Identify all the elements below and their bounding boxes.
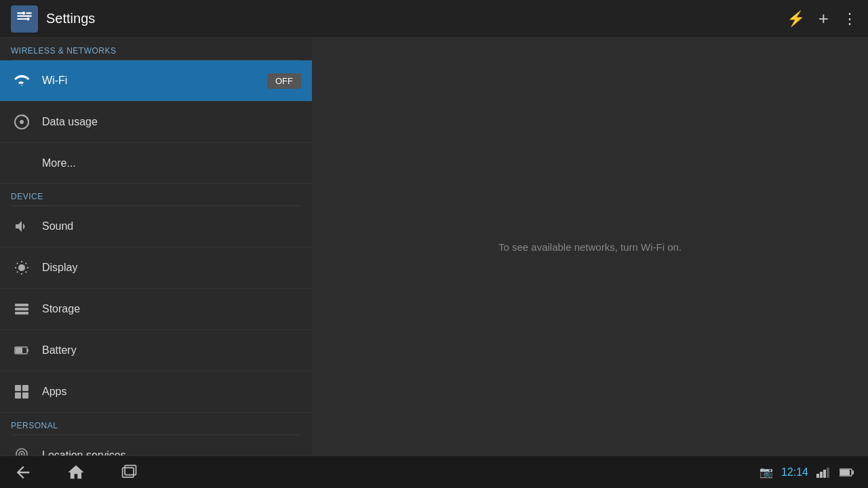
sound-label: Sound	[42, 220, 301, 232]
svg-rect-9	[15, 304, 28, 306]
sound-icon	[11, 216, 33, 237]
more-label: More...	[42, 157, 301, 169]
sidebar: WIRELESS & NETWORKS Wi-Fi OFF Data usage	[0, 38, 312, 455]
svg-rect-0	[17, 12, 23, 14]
settings-app-icon	[16, 10, 33, 28]
svg-rect-14	[27, 349, 28, 352]
svg-point-20	[21, 453, 23, 455]
wifi-toggle-button[interactable]: OFF	[267, 73, 301, 89]
section-header-wireless: WIRELESS & NETWORKS	[0, 38, 312, 60]
page-title: Settings	[46, 11, 95, 26]
camera-status-icon: 📷	[760, 466, 773, 479]
wifi-icon	[11, 70, 33, 92]
home-button[interactable]	[66, 463, 85, 482]
svg-rect-11	[15, 312, 28, 314]
svg-rect-2	[17, 18, 27, 19]
recent-apps-button[interactable]	[119, 463, 138, 482]
data-usage-icon	[11, 111, 33, 133]
svg-rect-27	[823, 470, 826, 478]
svg-point-5	[26, 17, 29, 20]
storage-icon	[11, 298, 33, 320]
display-icon	[11, 257, 33, 279]
display-label: Display	[42, 262, 301, 274]
svg-rect-16	[22, 385, 28, 391]
sidebar-item-sound[interactable]: Sound	[0, 206, 312, 247]
sidebar-item-apps[interactable]: Apps	[0, 371, 312, 413]
flash-icon[interactable]: ⚡	[787, 10, 805, 28]
section-header-personal: PERSONAL	[0, 413, 312, 434]
top-bar: Settings ⚡ + ⋮	[0, 0, 868, 38]
more-menu-icon[interactable]: ⋮	[842, 10, 857, 28]
battery-label: Battery	[42, 344, 301, 357]
bottom-bar: 📷 12:14	[0, 455, 868, 488]
bottom-nav	[14, 463, 138, 482]
apps-label: Apps	[42, 386, 301, 398]
svg-point-4	[22, 12, 25, 14]
wifi-label: Wi-Fi	[42, 75, 267, 87]
clock: 12:14	[781, 466, 808, 479]
svg-rect-23	[123, 468, 134, 477]
svg-rect-28	[827, 468, 829, 478]
svg-point-7	[20, 120, 24, 124]
sidebar-item-wifi[interactable]: Wi-Fi OFF	[0, 60, 312, 102]
sidebar-item-more[interactable]: More...	[0, 143, 312, 184]
svg-rect-13	[16, 348, 22, 353]
svg-rect-15	[15, 385, 21, 391]
signal-icon	[816, 467, 831, 478]
svg-rect-10	[15, 308, 28, 310]
svg-rect-25	[816, 474, 819, 478]
svg-rect-26	[820, 472, 823, 478]
top-bar-actions: ⚡ + ⋮	[787, 8, 857, 29]
app-icon[interactable]	[11, 5, 38, 33]
wifi-message: To see available networks, turn Wi-Fi on…	[498, 241, 682, 253]
svg-rect-18	[22, 392, 28, 399]
svg-rect-31	[852, 470, 854, 474]
apps-icon	[11, 381, 33, 403]
section-header-device: DEVICE	[0, 184, 312, 205]
svg-rect-17	[15, 392, 21, 399]
content-area: To see available networks, turn Wi-Fi on…	[312, 38, 868, 455]
sidebar-item-location[interactable]: Location services	[0, 435, 312, 455]
sidebar-item-data-usage[interactable]: Data usage	[0, 102, 312, 143]
data-usage-label: Data usage	[42, 116, 301, 128]
sidebar-item-display[interactable]: Display	[0, 247, 312, 289]
svg-rect-24	[125, 465, 136, 474]
svg-rect-3	[26, 12, 32, 14]
svg-rect-1	[17, 15, 32, 16]
battery-status-icon	[840, 468, 854, 477]
svg-point-8	[18, 264, 25, 271]
main-layout: WIRELESS & NETWORKS Wi-Fi OFF Data usage	[0, 38, 868, 455]
back-button[interactable]	[14, 463, 33, 482]
storage-label: Storage	[42, 303, 301, 315]
bottom-status: 📷 12:14	[760, 466, 854, 479]
sidebar-item-storage[interactable]: Storage	[0, 289, 312, 330]
location-label: Location services	[42, 449, 301, 455]
battery-icon	[11, 340, 33, 361]
sidebar-item-battery[interactable]: Battery	[0, 330, 312, 371]
svg-rect-30	[840, 470, 850, 475]
top-bar-left: Settings	[11, 5, 95, 33]
add-icon[interactable]: +	[818, 8, 829, 29]
location-icon	[11, 445, 33, 455]
